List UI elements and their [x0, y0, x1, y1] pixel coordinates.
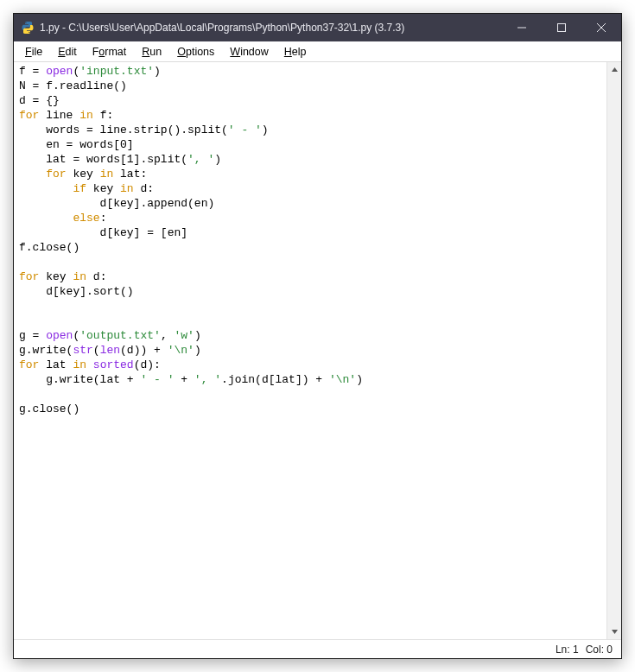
svg-rect-0 — [558, 24, 566, 32]
window-controls — [502, 14, 621, 41]
menu-help[interactable]: Help — [276, 45, 314, 59]
menu-run[interactable]: Run — [134, 45, 169, 59]
minimize-button[interactable] — [502, 14, 542, 41]
titlebar[interactable]: 1.py - C:\Users\User\AppData\Local\Progr… — [14, 14, 621, 41]
status-column: Col: 0 — [586, 643, 613, 656]
maximize-button[interactable] — [542, 14, 581, 41]
close-button[interactable] — [581, 14, 621, 41]
menu-options[interactable]: Options — [169, 45, 222, 59]
window-title: 1.py - C:\Users\User\AppData\Local\Progr… — [40, 22, 502, 34]
python-idle-icon — [21, 21, 35, 35]
scroll-down-icon[interactable] — [607, 624, 621, 639]
menubar: File Edit Format Run Options Window Help — [14, 41, 621, 62]
menu-window[interactable]: Window — [222, 45, 276, 59]
menu-edit[interactable]: Edit — [50, 45, 85, 59]
statusbar: Ln: 1 Col: 0 — [14, 639, 621, 658]
menu-file[interactable]: File — [17, 45, 50, 59]
scroll-up-icon[interactable] — [607, 62, 621, 77]
status-line: Ln: 1 — [556, 643, 579, 656]
menu-format[interactable]: Format — [85, 45, 135, 59]
vertical-scrollbar[interactable] — [606, 62, 621, 639]
editor-area: f = open('input.txt') N = f.readline() d… — [14, 62, 621, 639]
code-editor[interactable]: f = open('input.txt') N = f.readline() d… — [14, 62, 606, 639]
idle-window: 1.py - C:\Users\User\AppData\Local\Progr… — [13, 13, 622, 659]
